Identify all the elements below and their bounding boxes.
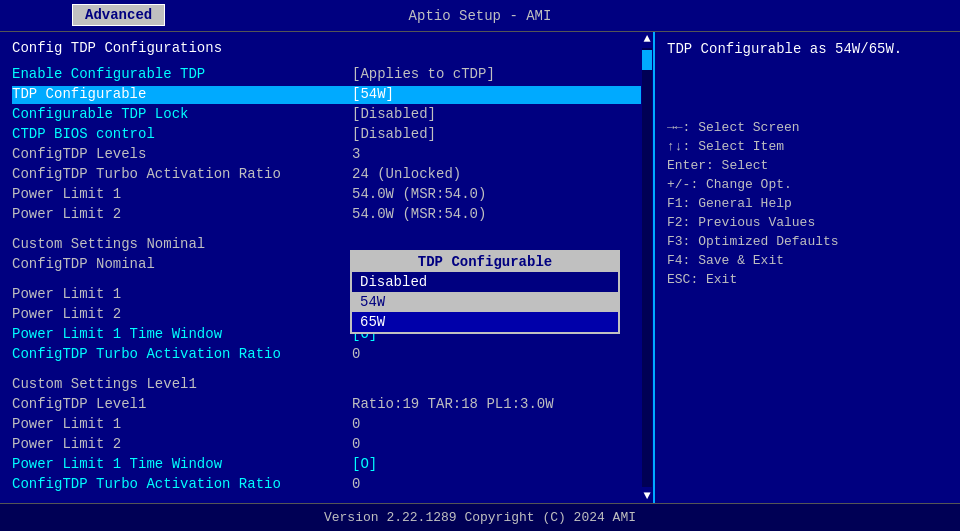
row-value: [O] [352, 456, 377, 474]
help-description: TDP Configurable as 54W/65W. [667, 40, 948, 60]
row-value: 0 [352, 416, 360, 434]
table-row: Configurable TDP Lock [Disabled] [12, 106, 641, 124]
table-row: Enable Configurable TDP [Applies to cTDP… [12, 66, 641, 84]
table-row: ConfigTDP Turbo Activation Ratio 0 [12, 346, 641, 364]
row-label: Power Limit 1 Time Window [12, 326, 352, 344]
table-row: ConfigTDP Levels 3 [12, 146, 641, 164]
table-row: ConfigTDP Turbo Activation Ratio 24 (Unl… [12, 166, 641, 184]
top-bar: Advanced Aptio Setup - AMI [0, 0, 960, 32]
row-label: CTDP BIOS control [12, 126, 352, 144]
right-panel: TDP Configurable as 54W/65W. →←: Select … [655, 32, 960, 503]
row-label: Power Limit 1 [12, 286, 352, 304]
key-help-select-item: ↑↓: Select Item [667, 139, 948, 154]
dropdown-item-disabled[interactable]: Disabled [352, 272, 618, 292]
footer-text: Version 2.22.1289 Copyright (C) 2024 AMI [324, 510, 636, 525]
table-row: Power Limit 2 54.0W (MSR:54.0) [12, 206, 641, 224]
table-row: Custom Settings Level1 [12, 376, 641, 394]
row-value: 24 (Unlocked) [352, 166, 461, 184]
row-value: 3 [352, 146, 360, 164]
table-row: Power Limit 2 0 [12, 436, 641, 454]
row-label: Enable Configurable TDP [12, 66, 352, 84]
key-help-select-screen: →←: Select Screen [667, 120, 948, 135]
section-header: Config TDP Configurations [12, 40, 641, 56]
tab-advanced[interactable]: Advanced [72, 4, 165, 26]
dropdown-item-65w[interactable]: 65W [352, 312, 618, 332]
row-label: Custom Settings Level1 [12, 376, 352, 394]
key-arrows: →←: Select Screen [667, 120, 800, 135]
key-f4: F4: Save & Exit [667, 253, 784, 268]
row-label: Configurable TDP Lock [12, 106, 352, 124]
row-value: 0 [352, 476, 360, 494]
row-label: Custom Settings Nominal [12, 236, 352, 254]
row-value: [Disabled] [352, 126, 436, 144]
scrollbar[interactable]: ▲ ▼ [640, 32, 654, 503]
row-label-tdp: TDP Configurable [12, 86, 352, 104]
table-row[interactable]: TDP Configurable [54W] [12, 86, 641, 104]
key-help-f2: F2: Previous Values [667, 215, 948, 230]
table-row: Power Limit 1 0 [12, 416, 641, 434]
row-value: [Applies to cTDP] [352, 66, 495, 84]
key-help-f4: F4: Save & Exit [667, 253, 948, 268]
row-label: ConfigTDP Levels [12, 146, 352, 164]
table-row: CTDP BIOS control [Disabled] [12, 126, 641, 144]
row-label: ConfigTDP Turbo Activation Ratio [12, 476, 352, 494]
table-row: Power Limit 1 54.0W (MSR:54.0) [12, 186, 641, 204]
row-label: Power Limit 1 [12, 416, 352, 434]
row-label: Power Limit 1 [12, 186, 352, 204]
row-value: 54.0W (MSR:54.0) [352, 186, 486, 204]
key-updown: ↑↓: Select Item [667, 139, 784, 154]
row-label: ConfigTDP Turbo Activation Ratio [12, 346, 352, 364]
key-f3: F3: Optimized Defaults [667, 234, 839, 249]
row-label: Power Limit 2 [12, 306, 352, 324]
window-title: Aptio Setup - AMI [409, 8, 552, 24]
row-label: ConfigTDP Level1 [12, 396, 352, 414]
row-label: ConfigTDP Turbo Activation Ratio [12, 166, 352, 184]
row-label: ConfigTDP Nominal [12, 256, 352, 274]
row-value: 54.0W (MSR:54.0) [352, 206, 486, 224]
key-enter: Enter: Select [667, 158, 768, 173]
key-help-change: +/-: Change Opt. [667, 177, 948, 192]
key-help-esc: ESC: Exit [667, 272, 948, 287]
row-value: 0 [352, 436, 360, 454]
scroll-up-arrow[interactable]: ▲ [643, 32, 650, 46]
main-area: Config TDP Configurations Enable Configu… [0, 32, 960, 503]
key-plusminus: +/-: Change Opt. [667, 177, 792, 192]
key-help-f1: F1: General Help [667, 196, 948, 211]
row-value: Ratio:19 TAR:18 PL1:3.0W [352, 396, 554, 414]
dropdown-popup: TDP Configurable Disabled 54W 65W [350, 250, 620, 334]
scroll-thumb[interactable] [642, 50, 652, 70]
row-label: Power Limit 2 [12, 436, 352, 454]
scroll-track[interactable] [642, 48, 652, 487]
scroll-down-arrow[interactable]: ▼ [643, 489, 650, 503]
row-value: 0 [352, 346, 360, 364]
dropdown-title: TDP Configurable [352, 252, 618, 272]
bottom-bar: Version 2.22.1289 Copyright (C) 2024 AMI [0, 503, 960, 531]
table-row: ConfigTDP Turbo Activation Ratio 0 [12, 476, 641, 494]
row-label: Power Limit 2 [12, 206, 352, 224]
key-help-enter: Enter: Select [667, 158, 948, 173]
row-value: [Disabled] [352, 106, 436, 124]
left-panel: Config TDP Configurations Enable Configu… [0, 32, 655, 503]
table-row: Power Limit 1 Time Window [O] [12, 456, 641, 474]
key-help-f3: F3: Optimized Defaults [667, 234, 948, 249]
dropdown-item-54w[interactable]: 54W [352, 292, 618, 312]
table-row: ConfigTDP Level1 Ratio:19 TAR:18 PL1:3.0… [12, 396, 641, 414]
key-help-section: →←: Select Screen ↑↓: Select Item Enter:… [667, 120, 948, 287]
key-f2: F2: Previous Values [667, 215, 815, 230]
key-esc: ESC: Exit [667, 272, 737, 287]
row-label: Power Limit 1 Time Window [12, 456, 352, 474]
row-value-tdp: [54W] [352, 86, 394, 104]
key-f1: F1: General Help [667, 196, 792, 211]
